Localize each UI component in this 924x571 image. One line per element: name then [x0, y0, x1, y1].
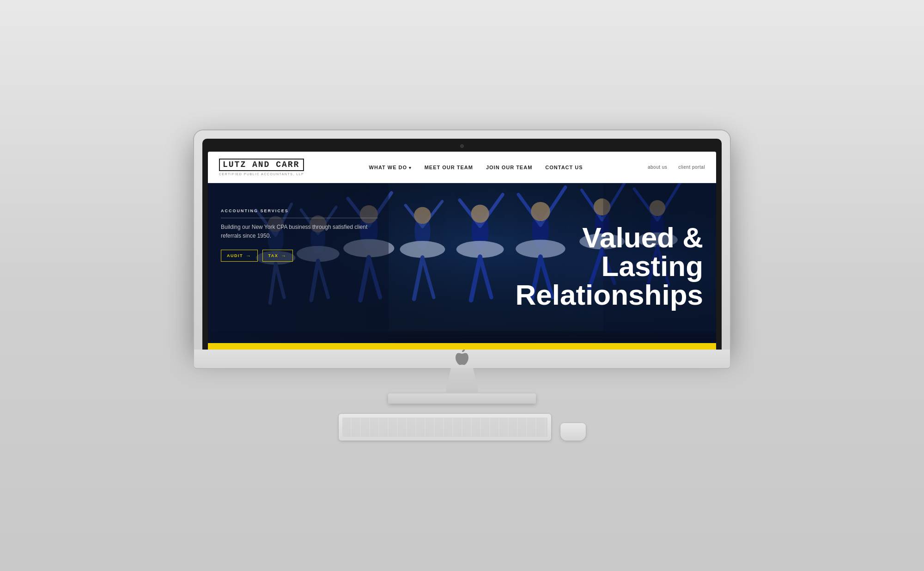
nav-join-team[interactable]: JOIN OUR TEAM	[486, 165, 532, 170]
hero-headline: Valued & Lasting Relationships	[515, 223, 703, 309]
audit-arrow: →	[246, 253, 252, 258]
nav-client-portal[interactable]: client portal	[678, 165, 705, 170]
imac-bezel: LUTZ AND CARR CERTIFIED PUBLIC ACCOUNTAN…	[202, 139, 722, 350]
apple-logo-icon	[456, 350, 468, 368]
logo-subtitle: CERTIFIED PUBLIC ACCOUNTANTS, LLP	[219, 172, 304, 176]
tax-button[interactable]: TAX →	[262, 250, 293, 262]
headline-line1: Valued &	[515, 223, 703, 252]
desk-accessories	[339, 414, 586, 441]
imac-stand-neck	[434, 368, 490, 393]
tax-arrow: →	[281, 253, 287, 258]
hero-service-label: ACCOUNTING SERVICES	[221, 209, 378, 218]
tax-label: TAX	[268, 253, 279, 258]
logo-text: LUTZ AND CARR	[219, 159, 304, 172]
mouse[interactable]	[560, 423, 586, 441]
nav-about-us[interactable]: about us	[648, 165, 667, 170]
nav-what-we-do[interactable]: WHAT WE DO	[369, 165, 412, 170]
hero-headline-block: Valued & Lasting Relationships	[515, 223, 703, 309]
imac-display: LUTZ AND CARR CERTIFIED PUBLIC ACCOUNTAN…	[194, 130, 730, 441]
hero-yellow-bar	[208, 343, 716, 350]
hero-section: ACCOUNTING SERVICES Building our New Yor…	[208, 183, 716, 350]
imac-stand-base	[388, 393, 536, 404]
hero-buttons: AUDIT → TAX →	[221, 250, 378, 262]
imac-screen: LUTZ AND CARR CERTIFIED PUBLIC ACCOUNTAN…	[208, 152, 716, 350]
headline-line2: Lasting	[515, 252, 703, 281]
audit-button[interactable]: AUDIT →	[221, 250, 258, 262]
primary-nav: WHAT WE DO MEET OUR TEAM JOIN OUR TEAM C…	[369, 165, 583, 170]
hero-description: Building our New York CPA business throu…	[221, 223, 378, 240]
imac-chin	[194, 350, 730, 368]
headline-line3: Relationships	[515, 281, 703, 309]
keyboard[interactable]	[339, 414, 551, 441]
nav-meet-team[interactable]: MEET OUR TEAM	[425, 165, 473, 170]
navigation-bar: LUTZ AND CARR CERTIFIED PUBLIC ACCOUNTAN…	[208, 152, 716, 183]
imac-body: LUTZ AND CARR CERTIFIED PUBLIC ACCOUNTAN…	[194, 130, 730, 350]
audit-label: AUDIT	[227, 253, 243, 258]
logo: LUTZ AND CARR CERTIFIED PUBLIC ACCOUNTAN…	[219, 159, 304, 176]
secondary-nav: about us client portal	[648, 165, 705, 170]
nav-contact-us[interactable]: CONTACT US	[545, 165, 583, 170]
hero-left-content: ACCOUNTING SERVICES Building our New Yor…	[221, 209, 378, 262]
imac-camera	[460, 144, 464, 148]
